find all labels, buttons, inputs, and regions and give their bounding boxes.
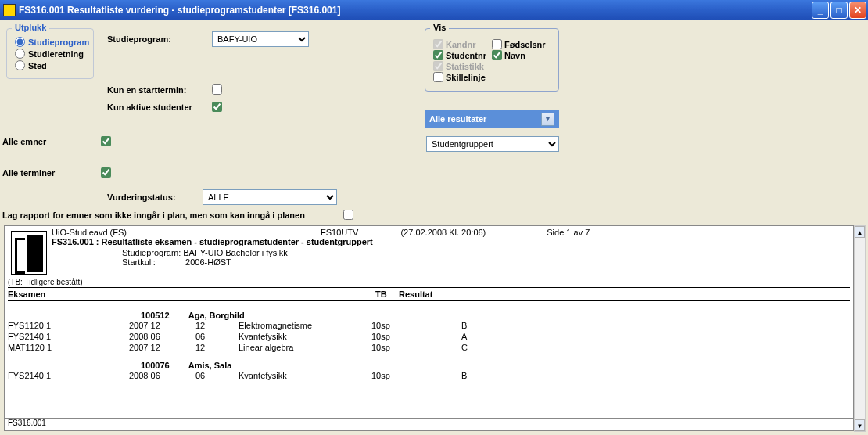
col-eksamen: Eksamen [8, 289, 375, 299]
kandnr-check[interactable]: Kandnr [433, 39, 492, 49]
alle-emner-label: Alle emner [2, 137, 96, 146]
alle-terminer-label: Alle terminer [2, 168, 96, 178]
kun-aktive-label: Kun aktive studenter [107, 102, 207, 112]
lag-rapport-row: Lag rapport for emner som ikke inngår i … [2, 210, 353, 220]
alle-terminer-row: Alle terminer [2, 167, 111, 178]
fodselsnr-input[interactable] [492, 39, 502, 49]
dropdown-arrow-icon: ▼ [541, 113, 554, 126]
status-bar: FS316.001 [5, 418, 853, 430]
cell-mnd: 12 [195, 343, 239, 352]
radio-studieretning[interactable]: Studieretning [15, 49, 85, 59]
vurderingstatus-select[interactable]: ALLE [203, 189, 337, 205]
tb-note: (TB: Tidligere bestått) [8, 278, 83, 286]
cell-code: FYS2140 1 [8, 332, 129, 341]
kun-aktive-checkbox[interactable] [212, 102, 222, 112]
utplukk-legend: Utplukk [12, 23, 49, 32]
fodselsnr-label: Fødselsnr [504, 40, 546, 49]
vertical-scrollbar[interactable] [854, 225, 866, 432]
cell-subj: Elektromagnetisme [239, 321, 371, 330]
alle-resultater-value: Alle resultater [429, 114, 486, 124]
cell-sp: 10sp [371, 343, 461, 352]
student-header-2: 100076 Amis, Sala [8, 361, 850, 370]
cell-code: MAT1120 1 [8, 343, 129, 352]
table-header: Eksamen TB Resultat [8, 287, 850, 301]
cell-mnd: 12 [195, 321, 239, 330]
cell-sp: 10sp [371, 321, 461, 330]
studentnr-input[interactable] [433, 50, 443, 60]
studieprogram-row: Studieprogram: BAFY-UIO [107, 31, 309, 47]
report-area: UiO-Studieavd (FS) FS10UTV (27.02.2008 K… [4, 225, 854, 431]
navn-input[interactable] [492, 50, 502, 60]
alle-terminer-checkbox[interactable] [101, 167, 111, 178]
studentgruppert-select[interactable]: Studentgruppert [426, 136, 559, 152]
skillelinje-label: Skillelinje [446, 73, 486, 82]
vis-fieldset: Vis Kandnr Studentnr Statistikk Skilleli… [425, 28, 559, 92]
statistikk-label: Statistikk [446, 62, 484, 71]
lag-rapport-checkbox[interactable] [343, 210, 353, 220]
cell-grade: B [461, 321, 493, 330]
kun-aktive-row: Kun aktive studenter [107, 102, 222, 112]
close-button[interactable]: ✕ [849, 2, 866, 19]
studentgruppert-row: Studentgruppert [426, 136, 559, 152]
minimize-button[interactable]: _ [812, 2, 829, 19]
report-logo-icon [11, 231, 47, 275]
report-title: FS316.001 : Resultatliste eksamen - stud… [52, 237, 853, 246]
report-timestamp: (27.02.2008 Kl. 20:06) [400, 228, 486, 237]
studentnr-label: Studentnr [446, 51, 486, 60]
student2-nr: 100076 [141, 361, 170, 370]
cell-grade: A [461, 332, 493, 341]
studentnr-check[interactable]: Studentnr [433, 50, 492, 60]
table-row: MAT1120 1 2007 12 12 Linear algebra 10sp… [8, 342, 850, 353]
skillelinje-check[interactable]: Skillelinje [433, 72, 492, 82]
radio-studieprogram[interactable]: Studieprogram [15, 37, 85, 47]
cell-term: 2007 12 [129, 343, 195, 352]
report-org: UiO-Studieavd (FS) [52, 228, 302, 237]
cell-code: FYS1120 1 [8, 321, 129, 330]
app-icon [3, 4, 16, 16]
student1-nr: 100512 [141, 311, 170, 320]
student-header-1: 100512 Aga, Borghild [8, 311, 850, 320]
report-sp-value: BAFY-UIO Bachelor i fysikk [183, 248, 287, 257]
statistikk-check[interactable]: Statistikk [433, 61, 492, 71]
lag-rapport-label: Lag rapport for emner som ikke inngår i … [2, 210, 339, 220]
table-row: FYS1120 1 2007 12 12 Elektromagnetisme 1… [8, 320, 850, 331]
titlebar: FS316.001 Resultatliste vurdering - stud… [0, 0, 868, 20]
cell-term: 2008 06 [129, 371, 195, 380]
report-page: Side 1 av 7 [547, 228, 590, 237]
cell-grade: B [461, 371, 493, 380]
window-buttons: _ □ ✕ [812, 2, 866, 19]
kun-starttermin-checkbox[interactable] [212, 84, 222, 95]
radio-studieprogram-input[interactable] [15, 37, 25, 47]
form-area: Utplukk Studieprogram Studieretning Sted… [0, 20, 868, 224]
radio-sted[interactable]: Sted [15, 60, 85, 70]
report-sys: FS10UTV [321, 228, 358, 237]
alle-emner-row: Alle emner [2, 136, 111, 146]
radio-sted-input[interactable] [15, 60, 25, 70]
maximize-button[interactable]: □ [830, 2, 848, 19]
report-header: UiO-Studieavd (FS) FS10UTV (27.02.2008 K… [52, 226, 853, 268]
cell-sp: 10sp [371, 371, 461, 380]
cell-subj: Linear algebra [239, 343, 371, 352]
cell-mnd: 06 [195, 332, 239, 341]
fodselsnr-check[interactable]: Fødselsnr [492, 39, 551, 49]
studieprogram-select[interactable]: BAFY-UIO [212, 31, 309, 47]
alle-emner-checkbox[interactable] [101, 136, 111, 146]
student2-name: Amis, Sala [188, 361, 232, 370]
skillelinje-input[interactable] [433, 72, 443, 82]
radio-studieretning-label: Studieretning [28, 49, 84, 59]
utplukk-fieldset: Utplukk Studieprogram Studieretning Sted [6, 28, 94, 79]
vis-legend: Vis [430, 23, 449, 32]
navn-check[interactable]: Navn [492, 50, 551, 60]
report-sk-value: 2006-HØST [185, 257, 231, 267]
cell-term: 2008 06 [129, 332, 195, 341]
col-tb: TB [375, 289, 399, 299]
radio-studieretning-input[interactable] [15, 49, 25, 59]
kandnr-label: Kandnr [446, 40, 476, 49]
studieprogram-label: Studieprogram: [107, 34, 207, 44]
data-rows: 100512 Aga, Borghild FYS1120 1 2007 12 1… [8, 303, 850, 381]
alle-resultater-select[interactable]: Alle resultater ▼ [425, 110, 559, 128]
col-resultat: Resultat [399, 289, 493, 299]
cell-subj: Kvantefysikk [239, 371, 371, 380]
vurderingstatus-row: Vurderingstatus: ALLE [107, 189, 337, 205]
kun-starttermin-label: Kun en starttermin: [107, 85, 207, 95]
